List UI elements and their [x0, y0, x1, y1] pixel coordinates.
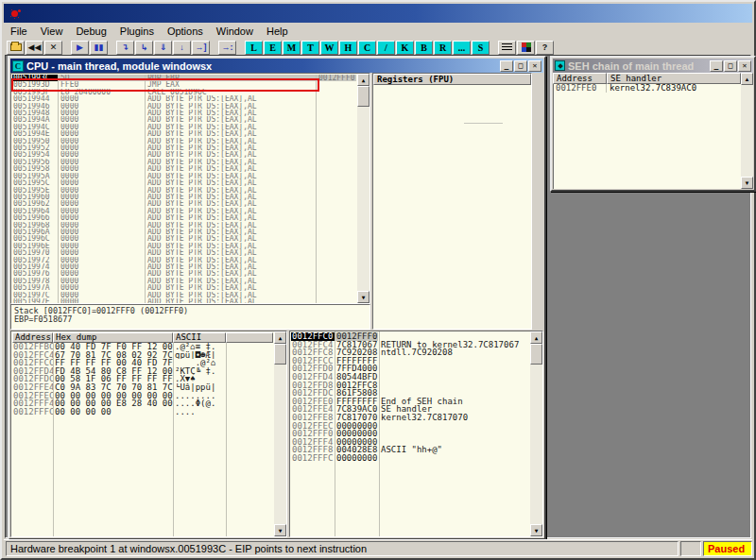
scroll-up-arrow-icon[interactable]: ▲ — [530, 331, 542, 344]
close-program-button[interactable]: ✕ — [44, 41, 62, 55]
disasm-row[interactable]: 00519952 0000 ADD BYTE PTR DS:[EAX],AL — [12, 144, 356, 151]
patches-button[interactable]: / — [377, 41, 395, 55]
main-title-bar[interactable] — [4, 4, 752, 23]
register-row[interactable]: C 0 ES 0023 32bit 0(FFFFFFFF) — [374, 161, 530, 168]
register-row[interactable]: EIP 0051993C windowsx.0051993C — [374, 149, 530, 157]
register-row[interactable]: FST 0000 Cond 0 0 0 0 Err 0 0 0 0 — [374, 297, 530, 305]
register-row[interactable]: ST4 empty 0.0 — [374, 261, 530, 268]
menu-window[interactable]: Window — [210, 24, 260, 39]
disasm-row[interactable]: 0051995C 0000 ADD BYTE PTR DS:[EAX],AL — [12, 179, 356, 186]
hex-dump-row[interactable]: 0012FFEC 00 00 00 00 00 00 00 00 .......… — [12, 392, 273, 400]
close-button[interactable]: ✕ — [528, 60, 541, 72]
maximize-button[interactable]: □ — [514, 60, 527, 72]
step-over-button[interactable]: ↳ — [135, 41, 153, 55]
scroll-down-arrow-icon[interactable]: ▼ — [530, 524, 542, 536]
register-row[interactable]: ESI FFFFFFFF — [374, 131, 530, 139]
menu-plugins[interactable]: Plugins — [113, 24, 161, 39]
disasm-row[interactable]: 0051995E 0000 ADD BYTE PTR DS:[EAX],AL — [12, 187, 356, 194]
scroll-down-arrow-icon[interactable]: ▼ — [357, 291, 369, 303]
register-row[interactable]: ESP 0012FFC0 — [374, 116, 530, 124]
minimize-button[interactable]: _ — [710, 60, 723, 72]
run-button[interactable]: ▶ — [71, 41, 89, 55]
register-row[interactable]: A 0 SS 0023 32bit 0(FFFFFFFF) — [374, 176, 530, 183]
stack-row[interactable]: 0012FFE4 7C839AC0 SE handler — [291, 405, 529, 414]
disasm-row[interactable]: 0051997C 0000 ADD BYTE PTR DS:[EAX],AL — [12, 292, 356, 298]
cpu-window-button[interactable]: C — [358, 41, 376, 55]
disasm-row[interactable]: 0051997A 0000 ADD BYTE PTR DS:[EAX],AL — [12, 284, 356, 291]
register-row[interactable]: EBX 7FFD4000 — [374, 109, 530, 116]
executable-modules-button[interactable]: E — [264, 41, 282, 55]
open-file-button[interactable] — [7, 41, 25, 55]
register-row[interactable]: ST1 empty 0.0 — [374, 238, 530, 246]
disasm-row[interactable]: 0051996C 0000 ADD BYTE PTR DS:[EAX],AL — [12, 235, 356, 242]
scroll-up-arrow-icon[interactable]: ▲ — [741, 73, 753, 85]
menu-help[interactable]: Help — [260, 24, 295, 39]
scrollbar-thumb[interactable] — [530, 344, 542, 365]
disasm-row[interactable]: 0051993D FFE0 JMP EAX — [12, 81, 356, 88]
register-row[interactable]: ST0 empty -UNORM D0A8 01050104 00000000 — [374, 230, 530, 238]
register-row[interactable]: ST5 empty 0.0 — [374, 267, 530, 275]
animate-over-button[interactable]: ↓ — [173, 41, 191, 55]
disasm-row[interactable]: 00519950 0000 ADD BYTE PTR DS:[EAX],AL — [12, 138, 356, 144]
register-row[interactable]: 3 2 1 0 E S P U — [374, 290, 530, 297]
hex-dump-row[interactable]: 0012FFD4 FD 4B 54 80 C8 FF 12 00 ²KTÇ╚ ‡… — [12, 367, 273, 376]
disasm-row[interactable]: 0051995A 0000 ADD BYTE PTR DS:[EAX],AL — [12, 173, 356, 179]
stack-row[interactable]: 0012FFE0 FFFFFFFF End of SEH chain — [291, 398, 529, 406]
stack-row[interactable]: 0012FFC0 0012FFF0 — [291, 332, 529, 341]
close-button[interactable]: ✕ — [738, 60, 751, 72]
disasm-row[interactable]: 0051994E 0000 ADD BYTE PTR DS:[EAX],AL — [12, 130, 356, 137]
stack-row[interactable]: 0012FFF0 00000000 — [291, 430, 529, 438]
hex-dump-row[interactable]: 0012FFE4 C0 9A 83 7C 70 70 81 7C └Üâ|ppü… — [12, 383, 273, 392]
scroll-up-arrow-icon[interactable]: ▲ — [274, 331, 286, 344]
scroll-down-arrow-icon[interactable]: ▼ — [741, 177, 753, 189]
stack-row[interactable]: 0012FFC4 7C817067 RETURN to kernel32.7C8… — [291, 341, 529, 349]
stack-row[interactable]: 0012FFCC FFFFFFFF — [291, 357, 529, 365]
stack-row[interactable]: 0012FFF4 00000000 — [291, 438, 529, 447]
register-row[interactable]: EBP F0518677 — [374, 124, 530, 131]
stack-row[interactable]: 0012FFD4 80544BFD — [291, 373, 529, 382]
disasm-row[interactable]: 0051994C 0000 ADD BYTE PTR DS:[EAX],AL — [12, 124, 356, 130]
restart-button[interactable]: ◀◀ — [26, 41, 43, 55]
disasm-row[interactable]: 00519946 0000 ADD BYTE PTR DS:[EAX],AL — [12, 103, 356, 110]
stack-row[interactable]: 0012FFD8 0012FFC8 — [291, 382, 529, 390]
disasm-row[interactable]: 0051994A 0000 ADD BYTE PTR DS:[EAX],AL — [12, 116, 356, 123]
stack-scrollbar[interactable]: ▲ ▼ — [530, 331, 542, 536]
scroll-up-arrow-icon[interactable]: ▲ — [357, 74, 369, 86]
hex-dump-row[interactable]: 0012FFF4 00 00 00 00 E8 28 40 00 ....Φ(@… — [12, 399, 273, 408]
cpu-title-bar[interactable]: C CPU - main thread, module windowsx _ □… — [10, 59, 543, 73]
register-row[interactable]: EAX 004028E8 ASCII "hh+@" — [374, 87, 530, 94]
windows-button[interactable]: W — [320, 41, 338, 55]
register-row[interactable]: ST2 empty 0.0 — [374, 246, 530, 253]
register-row[interactable]: ST6 empty 0.0 — [374, 275, 530, 282]
run-trace-button[interactable]: ... — [453, 41, 471, 55]
log-window-button[interactable]: L — [245, 41, 263, 55]
disasm-row[interactable]: 00519944 0000 ADD BYTE PTR DS:[EAX],AL — [12, 95, 356, 102]
maximize-button[interactable]: □ — [724, 60, 737, 72]
windows-list-button[interactable] — [498, 41, 516, 55]
disasm-row[interactable]: 00519972 0000 ADD BYTE PTR DS:[EAX],AL — [12, 257, 356, 263]
scrollbar-thumb[interactable] — [274, 344, 286, 365]
handles-button[interactable]: H — [339, 41, 357, 55]
hex-dump-row[interactable]: 0012FFC4 67 70 81 7C 08 02 92 7C gpü|◘☻Æ… — [12, 351, 273, 360]
menu-options[interactable]: Options — [161, 24, 210, 39]
minimize-button[interactable]: _ — [500, 60, 513, 72]
stack-row[interactable]: 0012FFEC 00000000 — [291, 422, 529, 431]
disasm-row[interactable]: 00519978 0000 ADD BYTE PTR DS:[EAX],AL — [12, 278, 356, 284]
register-row[interactable]: EFL 00000206 (NO,NB,NE,A,NS,PE,GE,G) — [374, 220, 530, 228]
menu-debug[interactable]: Debug — [69, 24, 112, 39]
register-row[interactable]: D 0 — [374, 205, 530, 212]
scroll-down-arrow-icon[interactable]: ▼ — [274, 524, 286, 536]
disasm-row[interactable]: 00519970 0000 ADD BYTE PTR DS:[EAX],AL — [12, 249, 356, 256]
disasm-row[interactable]: 0051996E 0000 ADD BYTE PTR DS:[EAX],AL — [12, 243, 356, 249]
disassembly-scrollbar[interactable]: ▲ ▼ — [357, 74, 369, 303]
stack-row[interactable]: 0012FFE8 7C817070 kernel32.7C817070 — [291, 414, 529, 422]
stack-row[interactable]: 0012FFC8 7C920208 ntdll.7C920208 — [291, 348, 529, 357]
register-row[interactable]: Z 0 DS 0023 32bit 0(FFFFFFFF) — [374, 183, 530, 191]
call-stack-button[interactable]: K — [396, 41, 414, 55]
register-row[interactable]: EDX 7C91E4F4 ntdll.KiFastSystemCallRet — [374, 102, 530, 110]
disasm-row[interactable]: 00519958 0000 ADD BYTE PTR DS:[EAX],AL — [12, 165, 356, 172]
help-button[interactable]: ? — [536, 41, 554, 55]
register-row[interactable]: S 0 FS 003B 32bit 7FFDF000(FFF) — [374, 190, 530, 197]
hex-dump-row[interactable]: 0012FFDC 00 58 1F 06 FF FF FF FF .X▼♠ — [12, 375, 273, 383]
disasm-row[interactable]: 00519954 0000 ADD BYTE PTR DS:[EAX],AL — [12, 151, 356, 158]
